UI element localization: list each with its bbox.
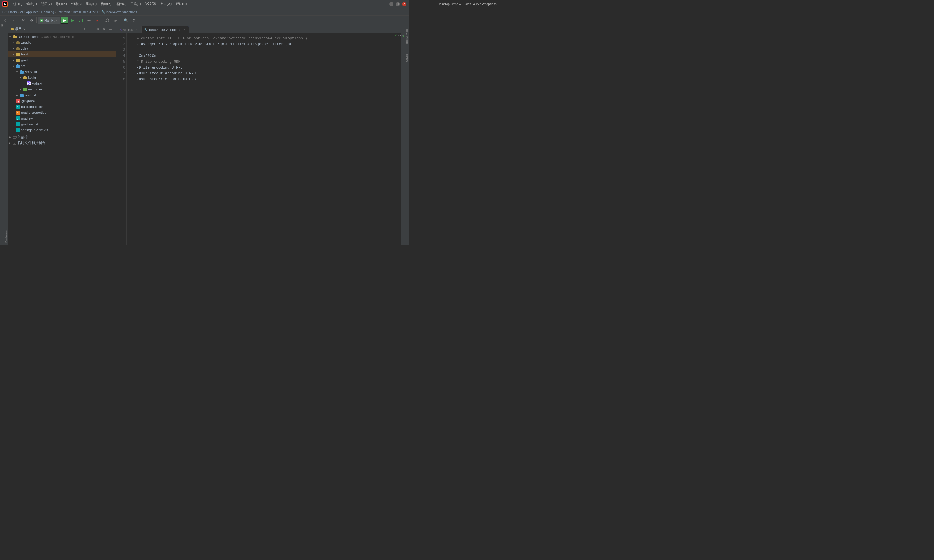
tree-item-gradlewbat[interactable]: ▶ G gradlew.bat (8, 122, 116, 127)
tree-item-settings-gradle[interactable]: ▶ G settings.gradle.kts (8, 127, 116, 133)
external-label: 外部库 (17, 135, 28, 139)
panel-title-chevron[interactable] (23, 28, 26, 31)
tree-item-jvmtest[interactable]: ▶ jvmTest (8, 92, 116, 98)
panel-hide-button[interactable]: — (108, 26, 114, 32)
breadcrumb-mi[interactable]: MI (20, 10, 23, 14)
tree-item-external[interactable]: ▶ 外部库 (8, 134, 116, 140)
translate-button[interactable]: 文A (112, 17, 119, 24)
svg-rect-36 (13, 136, 16, 138)
breadcrumb-vmoptions[interactable]: idea64.exe.vmoptions (106, 10, 137, 14)
tree-item-temp[interactable]: ▶ 临时文件和控制台 (8, 140, 116, 146)
panel-title: 项目 (11, 27, 26, 31)
svg-rect-11 (12, 36, 17, 38)
jvmtest-arrow: ▶ (15, 93, 18, 97)
tab-mainkt-close[interactable]: × (135, 28, 139, 32)
tree-item-gradle[interactable]: ▶ gradle (8, 57, 116, 63)
code-editor[interactable]: # custom IntelliJ IDEA VM options (expan… (132, 33, 401, 245)
profile-button[interactable] (20, 17, 27, 24)
tree-item-idea[interactable]: ▶ .idea (8, 46, 116, 51)
src-label: src (21, 64, 25, 68)
breadcrumb-jetbrains[interactable]: JetBrains (57, 10, 70, 14)
buildgradle-icon: G (16, 105, 20, 109)
tree-root[interactable]: ▾ DeskTopDemo C:\Users\MI\IdeaProjects (8, 34, 116, 40)
coverage-button[interactable] (77, 17, 85, 24)
menu-window[interactable]: 窗口(W) (159, 1, 174, 7)
menu-edit[interactable]: 编辑(E) (25, 1, 39, 7)
svg-rect-13 (16, 48, 20, 50)
tabs-more-button[interactable]: ⋯ (398, 29, 403, 33)
menu-build[interactable]: 构建(B) (99, 1, 113, 7)
idea-arrow: ▶ (12, 47, 15, 50)
menu-tools[interactable]: 工具(T) (129, 1, 143, 7)
gradle-toggle[interactable]: Gradle (405, 52, 408, 64)
run-config-selector[interactable]: MainKt (38, 17, 60, 24)
build-arrow: ▶ (12, 52, 15, 56)
menu-vcs[interactable]: VCS(S) (143, 1, 157, 7)
tree-item-gradle-hidden[interactable]: ▶ .gradle (8, 40, 116, 46)
breadcrumb-file-icon: 🔧 (101, 10, 105, 14)
tree-item-main-kt[interactable]: ▶ Main.kt (8, 80, 116, 86)
collapse-all-button[interactable]: ≡ (88, 26, 94, 32)
tree-item-kotlin[interactable]: ▾ kotlin (8, 75, 116, 80)
breadcrumb-c[interactable]: C: (2, 10, 6, 14)
profile-run-button[interactable] (85, 17, 93, 24)
tree-item-jvmmain[interactable]: ▾ jvmMain (8, 69, 116, 75)
svg-rect-14 (16, 53, 20, 56)
forward-button[interactable] (9, 17, 17, 24)
breadcrumb-roaming[interactable]: Roaming (41, 10, 54, 14)
rest-services-toggle[interactable]: RestServices (405, 26, 408, 46)
tree-item-gitignore[interactable]: ▶ .gi .gitignore (8, 98, 116, 104)
bookmarks-toggle[interactable]: Bookmarks (5, 229, 8, 243)
tree-item-resources[interactable]: ▶ resources (8, 86, 116, 92)
tree-item-gradlew[interactable]: ▶ G gradlew (8, 115, 116, 122)
menu-view[interactable]: 视图(V) (39, 1, 54, 7)
breadcrumb-bar: C: › Users › MI › AppData › Roaming › Je… (0, 8, 408, 16)
tree-item-src[interactable]: ▾ src (8, 63, 116, 69)
tab-mainkt[interactable]: K Main.kt × (117, 26, 141, 33)
code-line-6: -Dfile.encoding=UTF-8 (137, 65, 396, 71)
svg-text:G: G (17, 106, 18, 109)
temp-label: 临时文件和控制台 (17, 141, 46, 145)
debug-button[interactable]: ▶ (69, 17, 77, 24)
sync-button[interactable] (103, 17, 111, 24)
back-button[interactable] (1, 17, 9, 24)
tab-vmoptions-label: idea64.exe.vmoptions (149, 28, 181, 31)
localize-button[interactable]: ⊙ (82, 26, 88, 32)
search-everywhere-button[interactable]: 🔍 (122, 17, 129, 24)
code-line-3 (137, 47, 396, 53)
menu-help[interactable]: 帮助(H) (174, 1, 188, 7)
code-content-7: -Dsun.stdout.encoding=UTF-8 (137, 71, 196, 77)
menu-run[interactable]: 运行(U) (114, 1, 128, 7)
idea-label: .idea (21, 47, 28, 50)
gutter (127, 33, 132, 245)
panel-settings-button[interactable]: ⚙ (101, 26, 107, 32)
run-button[interactable]: ▶ (61, 17, 68, 24)
tree-item-build[interactable]: ▶ build (8, 51, 116, 57)
right-panel: RestServices Gradle (405, 25, 408, 245)
minimize-button[interactable]: ─ (389, 2, 393, 6)
tab-vmoptions[interactable]: 🔧 idea64.exe.vmoptions × (141, 26, 189, 33)
svg-rect-12 (16, 42, 20, 44)
close-button[interactable]: × (402, 2, 406, 6)
menu-navigate[interactable]: 导航(N) (54, 1, 68, 7)
stop-button[interactable]: ■ (93, 17, 101, 24)
settings-main-button[interactable]: ⚙ (130, 17, 138, 24)
error-stripe: 3 ✓ 3 ▲ ▼ (401, 33, 405, 245)
expand-button[interactable]: ⇅ (95, 26, 101, 32)
menu-code[interactable]: 代码(C) (69, 1, 83, 7)
menu-refactor[interactable]: 重构(R) (84, 1, 99, 7)
run-config-arrow (55, 19, 58, 22)
settings-button[interactable]: ⚙ (28, 17, 35, 24)
breadcrumb-idea[interactable]: IntelliJIdea2022.1 (73, 10, 99, 14)
tree-item-gradleprops[interactable]: ▶ P gradle.properties (8, 110, 116, 115)
temp-arrow: ▶ (8, 141, 12, 145)
tree-item-build-gradle[interactable]: ▶ G build.gradle.kts (8, 104, 116, 110)
breadcrumb-appdata[interactable]: AppData (26, 10, 39, 14)
svg-rect-16 (16, 65, 20, 68)
menu-file[interactable]: 文件(F) (10, 1, 24, 7)
gradleprops-label: gradle.properties (21, 111, 46, 114)
maximize-button[interactable]: □ (396, 2, 400, 6)
gradlewbat-icon: G (16, 122, 20, 126)
tab-vmoptions-close[interactable]: × (182, 28, 186, 32)
breadcrumb-users[interactable]: Users (8, 10, 17, 14)
